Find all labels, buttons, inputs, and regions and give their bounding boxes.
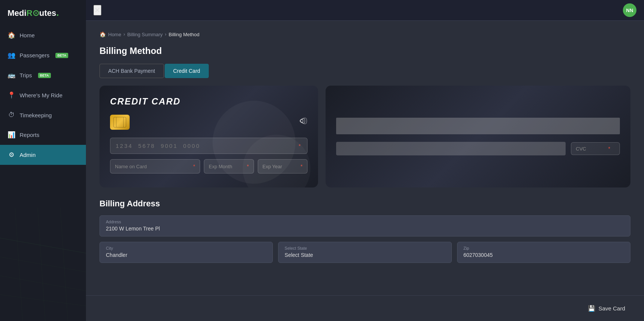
topbar: ✕ NN xyxy=(86,0,644,21)
tab-ach[interactable]: ACH Bank Payment xyxy=(99,64,164,78)
sidebar-item-label: Home xyxy=(20,32,35,38)
billing-address-title: Billing Address xyxy=(99,199,630,209)
breadcrumb-sep-1: › xyxy=(124,32,125,37)
save-card-button[interactable]: 💾 Save Card xyxy=(583,302,630,315)
card-month-required: * xyxy=(247,163,249,169)
main-content: ✕ NN 🏠 Home › Billing Summary › Billing … xyxy=(86,0,644,321)
address-label: Address xyxy=(106,220,624,224)
admin-icon: ⚙ xyxy=(8,151,15,159)
breadcrumb-billing-summary-link[interactable]: Billing Summary xyxy=(127,32,163,37)
avatar: NN xyxy=(623,3,636,17)
breadcrumb-current: Billing Method xyxy=(169,32,200,37)
trips-icon: 🚌 xyxy=(8,71,15,79)
address-field[interactable]: Address 2100 W Lemon Tree Pl xyxy=(99,215,630,237)
location-icon: 📍 xyxy=(8,91,15,99)
chip-row xyxy=(110,114,307,130)
zip-field[interactable]: Zip 6027030045 xyxy=(457,242,630,263)
back-card-fields: * xyxy=(336,142,620,155)
credit-card-back: * xyxy=(326,86,630,187)
sidebar-item-passengers[interactable]: 👥 Passengers BETA xyxy=(0,45,86,65)
sidebar-item-label: Passengers xyxy=(20,52,49,58)
sidebar: MediR⊙utes. 🏠 Home 👥 Passengers BETA 🚌 T… xyxy=(0,0,86,321)
sidebar-item-wheres-my-ride[interactable]: 📍 Where's My Ride xyxy=(0,85,86,105)
card-month-input[interactable] xyxy=(209,164,245,169)
state-value: Select State xyxy=(285,252,445,258)
passengers-icon: 👥 xyxy=(8,51,15,59)
credit-card-front: CREDIT CARD * xyxy=(99,86,318,187)
card-year-input[interactable] xyxy=(263,164,298,169)
cvc-number-bar xyxy=(336,142,566,155)
footer-actions: 💾 Save Card xyxy=(86,295,644,321)
home-breadcrumb-icon: 🏠 xyxy=(99,31,106,37)
breadcrumb-billing-method: Billing Method xyxy=(169,32,200,37)
card-number-field: * xyxy=(110,138,307,154)
zip-label: Zip xyxy=(463,246,624,250)
payment-tabs: ACH Bank Payment Credit Card xyxy=(99,64,630,78)
credit-card-title: CREDIT CARD xyxy=(110,96,307,107)
page-content: 🏠 Home › Billing Summary › Billing Metho… xyxy=(86,21,644,295)
page-title: Billing Method xyxy=(99,46,630,56)
contactless-icon xyxy=(292,114,307,130)
state-label: Select State xyxy=(285,246,445,250)
card-name-required: * xyxy=(193,163,195,169)
sidebar-nav: 🏠 Home 👥 Passengers BETA 🚌 Trips BETA 📍 … xyxy=(0,25,86,321)
save-icon: 💾 xyxy=(588,305,595,312)
card-area: CREDIT CARD * xyxy=(99,86,630,187)
passengers-badge: BETA xyxy=(55,53,68,58)
card-magnetic-stripe xyxy=(336,118,620,134)
city-field[interactable]: City Chandler xyxy=(99,242,273,263)
card-number-required: * xyxy=(299,143,302,149)
breadcrumb: 🏠 Home › Billing Summary › Billing Metho… xyxy=(99,31,630,37)
city-label: City xyxy=(106,246,266,250)
logo-text: MediR⊙utes. xyxy=(8,7,59,18)
address-value: 2100 W Lemon Tree Pl xyxy=(106,226,624,232)
card-name-input[interactable] xyxy=(115,164,191,169)
card-number-input[interactable] xyxy=(116,143,283,149)
breadcrumb-sep-2: › xyxy=(165,32,167,37)
sidebar-item-label: Trips xyxy=(20,72,32,78)
sidebar-item-admin[interactable]: ⚙ Admin xyxy=(0,145,86,165)
close-button[interactable]: ✕ xyxy=(93,5,101,15)
save-label: Save Card xyxy=(598,305,625,312)
home-icon: 🏠 xyxy=(8,31,15,39)
trips-badge: BETA xyxy=(38,73,51,78)
sidebar-item-timekeeping[interactable]: ⏱ Timekeeping xyxy=(0,105,86,125)
card-year-field: * xyxy=(258,159,308,174)
sidebar-item-trips[interactable]: 🚌 Trips BETA xyxy=(0,65,86,85)
cvc-required: * xyxy=(608,146,610,152)
state-field[interactable]: Select State Select State xyxy=(278,242,451,263)
breadcrumb-home-link[interactable]: Home xyxy=(108,32,121,37)
cvc-field: * xyxy=(571,142,620,155)
sidebar-item-label: Reports xyxy=(20,132,40,138)
billing-address-section: Billing Address Address 2100 W Lemon Tre… xyxy=(99,199,630,263)
sidebar-item-reports[interactable]: 📊 Reports xyxy=(0,125,86,145)
app-logo: MediR⊙utes. xyxy=(0,0,86,25)
sidebar-item-home[interactable]: 🏠 Home xyxy=(0,25,86,45)
breadcrumb-billing-summary[interactable]: Billing Summary xyxy=(127,32,163,37)
sidebar-item-label: Admin xyxy=(20,152,36,158)
sidebar-item-label: Timekeeping xyxy=(20,112,52,118)
reports-icon: 📊 xyxy=(8,131,15,139)
card-name-field: * xyxy=(110,159,200,174)
city-value: Chandler xyxy=(106,252,266,258)
breadcrumb-home[interactable]: 🏠 Home xyxy=(99,31,121,37)
zip-value: 6027030045 xyxy=(463,252,624,258)
clock-icon: ⏱ xyxy=(8,111,15,119)
sidebar-item-label: Where's My Ride xyxy=(20,92,63,98)
cvc-input[interactable] xyxy=(576,146,606,152)
cc-fields-row: * * * xyxy=(110,159,307,174)
card-chip xyxy=(110,115,130,130)
card-month-field: * xyxy=(204,159,254,174)
card-year-required: * xyxy=(301,163,303,169)
address-row: City Chandler Select State Select State … xyxy=(99,242,630,263)
tab-credit-card[interactable]: Credit Card xyxy=(165,64,209,78)
